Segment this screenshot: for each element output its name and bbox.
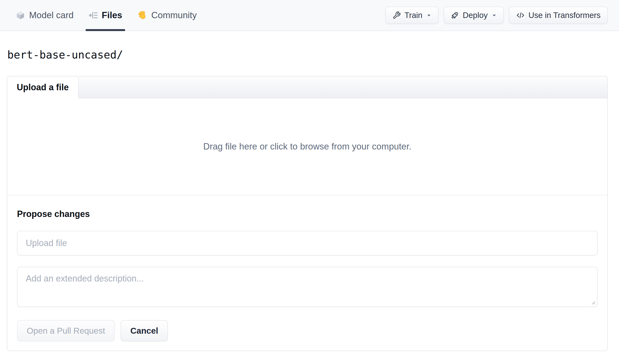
tab-upload-a-file[interactable]: Upload a file	[7, 76, 79, 98]
upload-panel: Upload a file Drag file here or click to…	[7, 76, 608, 351]
deploy-button[interactable]: Deploy	[444, 7, 504, 24]
chevron-down-icon	[492, 13, 497, 18]
tabstrip-filler	[79, 76, 608, 98]
rocket-icon	[451, 11, 459, 19]
page: Model card Files	[0, 0, 619, 364]
description-field-wrapper	[17, 267, 598, 307]
tab-label: Community	[151, 10, 197, 20]
use-in-transformers-label: Use in Transformers	[528, 11, 601, 20]
dropzone-hint-text: Drag file here or click to browse from y…	[203, 141, 411, 152]
tab-community[interactable]: Community	[137, 0, 197, 30]
upload-panel-body: Drag file here or click to browse from y…	[7, 98, 608, 351]
extended-description-textarea[interactable]	[17, 267, 598, 307]
tab-files[interactable]: Files	[89, 0, 122, 30]
chevron-down-icon	[426, 13, 431, 18]
tab-label: Model card	[29, 10, 73, 20]
tab-label: Files	[102, 10, 122, 20]
cube-icon	[15, 10, 25, 20]
files-versions-icon	[89, 11, 98, 20]
use-in-transformers-button[interactable]: Use in Transformers	[509, 7, 608, 24]
upload-tabstrip: Upload a file	[7, 76, 608, 98]
file-dropzone[interactable]: Drag file here or click to browse from y…	[7, 98, 607, 195]
deploy-label: Deploy	[463, 11, 488, 20]
repo-tabs: Model card Files	[15, 0, 212, 30]
open-pull-request-button[interactable]: Open a Pull Request	[17, 320, 115, 341]
tab-model-card[interactable]: Model card	[15, 0, 73, 30]
waving-hand-icon	[137, 10, 147, 20]
wrench-icon	[393, 11, 401, 19]
resize-handle-icon[interactable]	[590, 299, 596, 305]
propose-actions-row: Open a Pull Request Cancel	[17, 320, 598, 341]
propose-changes-section: Propose changes Open a Pull Request Canc…	[7, 195, 607, 351]
current-directory-path: bert-base-uncased/	[7, 49, 619, 61]
repo-header: Model card Files	[0, 0, 619, 31]
train-label: Train	[404, 11, 422, 20]
code-icon	[516, 11, 525, 20]
cancel-button[interactable]: Cancel	[121, 320, 168, 341]
train-button[interactable]: Train	[385, 7, 439, 24]
upload-filename-input[interactable]	[17, 231, 598, 255]
repo-action-buttons: Train Deploy	[385, 0, 608, 30]
propose-changes-heading: Propose changes	[17, 209, 598, 219]
